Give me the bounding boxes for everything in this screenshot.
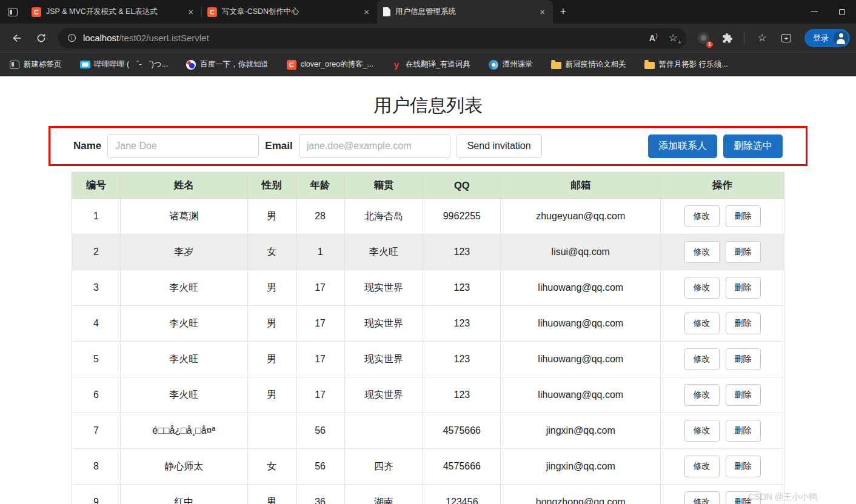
column-header: 编号: [72, 173, 121, 199]
read-aloud-icon[interactable]: A: [649, 33, 658, 43]
edit-button[interactable]: 修改: [684, 491, 720, 504]
table-cell: lihuowang@qq.com: [501, 270, 661, 306]
page-content: 用户信息列表 Name Email Send invitation 添加联系人 …: [0, 76, 856, 504]
add-favorite-icon[interactable]: ☆: [669, 31, 678, 44]
bookmark-item[interactable]: 新冠疫情论文相关: [551, 59, 626, 70]
table-cell: lihuowang@qq.com: [501, 377, 661, 413]
baidu-icon: [186, 60, 196, 70]
table-cell: 1: [296, 234, 344, 270]
url-host: localhost: [83, 33, 119, 43]
delete-button[interactable]: 删除: [726, 384, 761, 406]
table-cell: 男: [247, 342, 296, 377]
actions-cell: 修改删除: [661, 449, 784, 485]
table-cell: 男: [247, 485, 296, 504]
back-button[interactable]: [6, 28, 28, 48]
new-tab-button[interactable]: +: [553, 0, 573, 24]
sign-in-button[interactable]: 登录: [804, 29, 850, 47]
bookmark-item[interactable]: 潭州课堂: [489, 59, 533, 70]
bookmark-item[interactable]: 暂伴月将影 行乐须...: [644, 59, 728, 70]
edit-button[interactable]: 修改: [684, 456, 720, 477]
site-info-icon[interactable]: [67, 33, 77, 43]
edit-button[interactable]: 修改: [684, 277, 720, 299]
table-cell: 红中: [120, 485, 247, 504]
maximize-icon: [839, 9, 845, 15]
browser-tab[interactable]: CJSP & MVC开发模式 & EL表达式×: [25, 0, 201, 24]
add-contact-button[interactable]: 添加联系人: [648, 134, 717, 158]
table-cell: 李火旺: [120, 306, 247, 342]
bookmark-label: clover_oreo的博客_...: [301, 59, 373, 70]
delete-selected-button[interactable]: 删除选中: [723, 134, 783, 158]
delete-button[interactable]: 删除: [726, 241, 761, 263]
tab-close-icon[interactable]: ×: [186, 7, 195, 17]
document-favicon-icon: [383, 7, 390, 16]
table-cell: zhugeyuan@qq.com: [501, 199, 661, 234]
edit-button[interactable]: 修改: [684, 384, 720, 406]
tab-title: 写文章-CSDN创作中心: [222, 7, 357, 17]
delete-button[interactable]: 删除: [726, 420, 761, 442]
page-title: 用户信息列表: [0, 93, 856, 118]
bookmark-item[interactable]: 百度一下，你就知道: [186, 59, 269, 70]
actions-cell: 修改删除: [661, 234, 784, 270]
address-bar-actions: A ☆: [649, 31, 678, 44]
column-header: 籍贯: [344, 173, 423, 199]
table-cell: 4575666: [423, 449, 501, 485]
table-cell: 36: [296, 485, 344, 504]
bookmark-item[interactable]: 新建标签页: [10, 59, 62, 70]
table-cell: 5: [72, 342, 121, 377]
delete-button[interactable]: 删除: [726, 348, 761, 370]
browser-toolbar: localhost/test02/userListServlet A ☆ 1 ☆…: [0, 24, 856, 52]
collections-button[interactable]: [775, 28, 797, 48]
bookmark-item[interactable]: Cclover_oreo的博客_...: [287, 59, 373, 70]
email-label: Email: [265, 140, 292, 152]
browser-tab[interactable]: C写文章-CSDN创作中心×: [201, 0, 377, 24]
maximize-button[interactable]: [828, 0, 856, 24]
extension-button[interactable]: 1: [692, 28, 714, 48]
bookmark-label: 暂伴月将影 行乐须...: [659, 59, 728, 70]
table-cell: 李火旺: [120, 270, 247, 306]
table-cell: 17: [296, 342, 344, 377]
actions-cell: 修改删除: [661, 342, 784, 377]
send-invitation-button[interactable]: Send invitation: [456, 134, 542, 158]
delete-button[interactable]: 删除: [726, 205, 761, 227]
minimize-button[interactable]: [800, 0, 828, 24]
address-bar[interactable]: localhost/test02/userListServlet A ☆: [58, 28, 686, 48]
email-input[interactable]: [299, 134, 450, 158]
delete-button[interactable]: 删除: [726, 277, 761, 299]
table-cell: 现实世界: [344, 306, 423, 342]
name-input[interactable]: [107, 134, 259, 158]
toolbar-divider: [744, 32, 745, 44]
favorites-button[interactable]: ☆: [751, 28, 773, 48]
bookmark-item[interactable]: y在线翻译_有道词典: [392, 59, 470, 70]
edit-button[interactable]: 修改: [684, 420, 720, 442]
table-cell: 123: [423, 234, 501, 270]
table-cell: 女: [247, 449, 296, 485]
table-cell: é□□å¿□å¸□å¤ª: [120, 413, 247, 449]
edit-button[interactable]: 修改: [684, 313, 720, 334]
edit-button[interactable]: 修改: [684, 241, 720, 263]
table-cell: 123: [423, 270, 501, 306]
notification-badge: 1: [706, 41, 714, 48]
edit-button[interactable]: 修改: [684, 348, 720, 370]
tab-close-icon[interactable]: ×: [538, 7, 547, 17]
tab-close-icon[interactable]: ×: [362, 7, 371, 17]
user-table: 编号姓名性别年龄籍贯QQ邮箱操作 1诸葛渊男28北海杏岛9962255zhuge…: [72, 172, 784, 504]
table-cell: 4: [72, 306, 121, 342]
refresh-button[interactable]: [30, 28, 52, 48]
bookmark-label: 新建标签页: [24, 59, 62, 70]
tab-title: 用户信息管理系统: [395, 7, 533, 17]
extensions-menu-button[interactable]: [717, 28, 738, 48]
table-cell: 女: [247, 234, 296, 270]
table-cell: 现实世界: [344, 377, 423, 413]
edit-button[interactable]: 修改: [684, 205, 720, 227]
table-cell: 四齐: [344, 449, 423, 485]
browser-chrome: CJSP & MVC开发模式 & EL表达式×C写文章-CSDN创作中心×用户信…: [0, 0, 856, 76]
bookmark-item[interactable]: 哔哩哔哩 ( ゜- ゜)つ...: [80, 59, 169, 70]
actions-cell: 修改删除: [661, 270, 784, 306]
delete-button[interactable]: 删除: [726, 456, 761, 477]
tab-actions-button[interactable]: [0, 0, 25, 24]
browser-tab[interactable]: 用户信息管理系统×: [377, 0, 553, 24]
table-cell: 9962255: [423, 199, 501, 234]
delete-button[interactable]: 删除: [726, 313, 761, 334]
window-controls: [800, 0, 856, 24]
table-cell: 静心师太: [120, 449, 247, 485]
